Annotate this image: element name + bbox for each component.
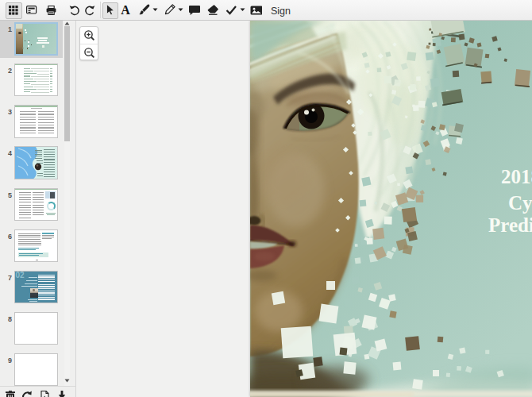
svg-text:Predictions: Predictions bbox=[488, 214, 532, 236]
svg-text:Cyber: Cyber bbox=[508, 192, 532, 214]
svg-text:2018: 2018 bbox=[501, 166, 532, 187]
